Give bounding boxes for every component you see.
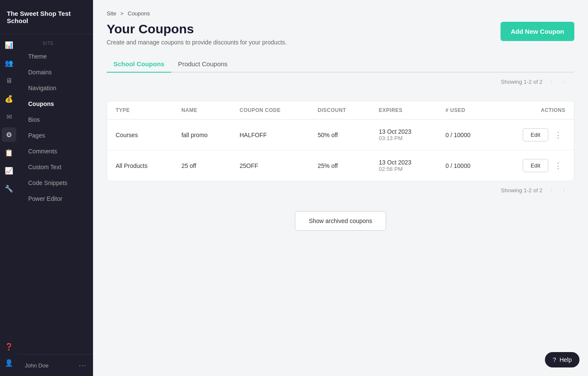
row1-edit-button[interactable]: Edit	[523, 128, 548, 141]
row2-expires: 13 Oct 2023 02:58 PM	[370, 150, 437, 181]
breadcrumb-site[interactable]: Site	[107, 10, 116, 17]
sidebar-item-custom-text[interactable]: Custom Text	[21, 159, 90, 175]
content-area: Site > Coupons Your Coupons Create and m…	[93, 0, 588, 376]
row2-actions: Edit ⋮	[493, 150, 574, 181]
main-content: Site > Coupons Your Coupons Create and m…	[93, 0, 588, 376]
row1-coupon-code: HALFOFF	[231, 120, 309, 150]
add-new-coupon-button[interactable]: Add New Coupon	[501, 22, 574, 41]
row2-actions-cell: Edit ⋮	[502, 159, 565, 172]
sidebar-icon-nav: 📊 👥 🖥 💰 ✉ ⚙ 📋 📈 🔧 ❓ 👤	[0, 34, 18, 376]
col-header-name: NAME	[173, 101, 231, 120]
nav-icon-users[interactable]: 👥	[2, 56, 16, 70]
help-icon: ?	[553, 356, 556, 363]
nav-icon-help[interactable]: ❓	[2, 339, 16, 354]
nav-icon-mail[interactable]: ✉	[2, 109, 16, 124]
sidebar-item-power-editor-label: Power Editor	[28, 195, 62, 202]
sidebar: The Sweet Shop Test School 📊 👥 🖥 💰 ✉ ⚙ 📋…	[0, 0, 93, 376]
nav-icon-layout[interactable]: 🖥	[2, 73, 16, 88]
nav-icon-tools[interactable]: 🔧	[2, 181, 16, 196]
nav-icon-pages2[interactable]: 📋	[2, 145, 16, 160]
col-header-coupon-code: COUPON CODE	[231, 101, 309, 120]
pagination-prev-bottom[interactable]: ‹	[547, 185, 555, 195]
row2-edit-button[interactable]: Edit	[523, 159, 548, 172]
school-logo: The Sweet Shop Test School	[0, 0, 93, 34]
row1-expires-line2: 03:13 PM	[379, 135, 428, 141]
nav-icon-analytics[interactable]: 📊	[2, 38, 16, 52]
show-archived-button[interactable]: Show archived coupons	[295, 211, 387, 231]
sidebar-user-name: John Doe	[25, 362, 49, 369]
table-row: All Products 25 off 25OFF 25% off 13 Oct…	[107, 150, 574, 181]
sidebar-item-code-snippets-label: Code Snippets	[28, 179, 67, 186]
coupons-table-card: TYPE NAME COUPON CODE DISCOUNT EXPIRES #…	[107, 101, 574, 181]
pagination-bottom: Showing 1-2 of 2 ‹ ›	[107, 181, 574, 199]
pagination-next-bottom[interactable]: ›	[560, 185, 568, 195]
row1-discount: 50% off	[309, 120, 370, 150]
page-title: Your Coupons	[107, 22, 287, 36]
sidebar-item-coupons[interactable]: Coupons	[21, 96, 90, 112]
help-button[interactable]: ? Help	[545, 352, 579, 367]
sidebar-item-domains[interactable]: Domains	[21, 65, 90, 80]
sidebar-item-comments-label: Comments	[28, 148, 57, 155]
sidebar-item-theme-label: Theme	[28, 53, 47, 60]
nav-icon-settings[interactable]: ⚙	[2, 127, 16, 142]
row1-expires: 13 Oct 2023 03:13 PM	[370, 120, 437, 150]
pagination-top: Showing 1-2 of 2 ‹ ›	[107, 73, 574, 91]
sidebar-item-navigation-label: Navigation	[28, 85, 56, 91]
sidebar-item-domains-label: Domains	[28, 69, 52, 76]
sidebar-item-pages-label: Pages	[28, 132, 45, 139]
row1-expires-line1: 13 Oct 2023	[379, 128, 428, 135]
table-row: Courses fall promo HALFOFF 50% off 13 Oc…	[107, 120, 574, 150]
school-name: The Sweet Shop Test School	[7, 10, 86, 24]
col-header-discount: DISCOUNT	[309, 101, 370, 120]
breadcrumb-separator: >	[120, 10, 124, 17]
col-header-expires: EXPIRES	[370, 101, 437, 120]
row2-coupon-code: 25OFF	[231, 150, 309, 181]
pagination-label-bottom: Showing 1-2 of 2	[501, 187, 543, 194]
row1-name: fall promo	[173, 120, 231, 150]
page-header: Your Coupons Create and manage coupons t…	[107, 22, 574, 46]
table-header-row: TYPE NAME COUPON CODE DISCOUNT EXPIRES #…	[107, 101, 574, 120]
nav-icon-money[interactable]: 💰	[2, 91, 16, 106]
pagination-label-top: Showing 1-2 of 2	[501, 79, 543, 85]
breadcrumb-current: Coupons	[128, 10, 150, 17]
sidebar-item-bios[interactable]: Bios	[21, 112, 90, 127]
help-label: Help	[559, 356, 572, 363]
row1-actions: Edit ⋮	[493, 120, 574, 150]
row2-type: All Products	[107, 150, 173, 181]
row1-type: Courses	[107, 120, 173, 150]
page-title-block: Your Coupons Create and manage coupons t…	[107, 22, 287, 46]
pagination-next-top[interactable]: ›	[560, 77, 568, 86]
nav-icon-user[interactable]: 👤	[2, 355, 16, 370]
sidebar-item-bios-label: Bios	[28, 116, 40, 123]
nav-icon-analytics2[interactable]: 📈	[2, 163, 16, 178]
page-subtitle: Create and manage coupons to provide dis…	[107, 39, 287, 46]
row1-more-button[interactable]: ⋮	[551, 129, 565, 141]
col-header-used: # USED	[437, 101, 493, 120]
sidebar-item-custom-text-label: Custom Text	[28, 164, 61, 170]
row2-expires-line1: 13 Oct 2023	[379, 159, 428, 166]
col-header-actions: ACTIONS	[493, 101, 574, 120]
breadcrumb: Site > Coupons	[107, 10, 574, 17]
row2-more-button[interactable]: ⋮	[551, 159, 565, 172]
sidebar-item-coupons-label: Coupons	[28, 100, 54, 107]
row1-actions-cell: Edit ⋮	[502, 128, 565, 141]
sidebar-section-label: SITE	[36, 34, 93, 48]
tab-school-coupons[interactable]: School Coupons	[107, 56, 171, 73]
sidebar-more-icon[interactable]: ⋯	[79, 361, 86, 370]
row2-expires-line2: 02:58 PM	[379, 166, 428, 172]
sidebar-item-power-editor[interactable]: Power Editor	[21, 191, 90, 206]
col-header-type: TYPE	[107, 101, 173, 120]
sidebar-item-pages[interactable]: Pages	[21, 128, 90, 143]
row2-used: 0 / 10000	[437, 150, 493, 181]
tabs: School Coupons Product Coupons	[107, 56, 574, 73]
row2-discount: 25% off	[309, 150, 370, 181]
row2-name: 25 off	[173, 150, 231, 181]
sidebar-item-theme[interactable]: Theme	[21, 49, 90, 64]
tab-product-coupons[interactable]: Product Coupons	[171, 56, 234, 73]
sidebar-item-code-snippets[interactable]: Code Snippets	[21, 175, 90, 191]
sidebar-footer[interactable]: John Doe ⋯	[18, 354, 93, 376]
coupons-table: TYPE NAME COUPON CODE DISCOUNT EXPIRES #…	[107, 101, 574, 181]
pagination-prev-top[interactable]: ‹	[547, 77, 555, 86]
sidebar-item-navigation[interactable]: Navigation	[21, 80, 90, 96]
sidebar-item-comments[interactable]: Comments	[21, 144, 90, 159]
